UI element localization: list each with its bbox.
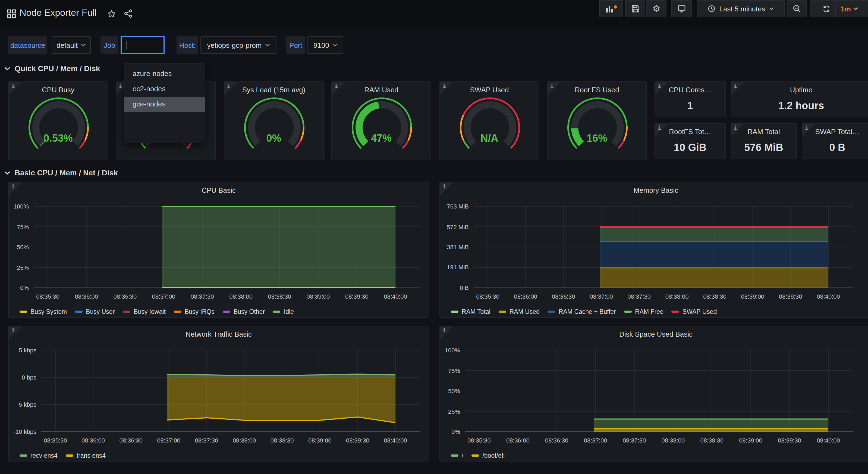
legend-label: Busy Iowait [134, 308, 166, 315]
panel-title[interactable]: CPU Cores… [655, 86, 725, 94]
x-axis-label: 08:36:00 [76, 437, 111, 444]
legend-item-RAM-Free[interactable]: RAM Free [624, 308, 663, 315]
legend-swatch [123, 311, 130, 313]
legend-swatch [672, 311, 679, 313]
host-label: Host: [177, 36, 198, 54]
x-axis-label: 08:36:30 [114, 437, 148, 444]
gauge-panel-ram-used: iRAM Used47% [331, 82, 431, 160]
share-icon[interactable] [124, 9, 132, 20]
legend-item-Busy-Iowait[interactable]: Busy Iowait [123, 308, 166, 315]
legend-item-RAM-Total[interactable]: RAM Total [451, 308, 491, 315]
dashboard-settings-button[interactable]: ⚙ [646, 0, 666, 18]
x-axis-label: 08:37:00 [578, 437, 613, 444]
panel-title[interactable]: CPU Busy [9, 86, 107, 94]
refresh-button[interactable] [817, 1, 835, 17]
plot-area[interactable] [34, 206, 420, 288]
zoom-out-button[interactable] [786, 0, 807, 18]
chevron-down-icon [769, 7, 774, 10]
legend-item--boot-efi[interactable]: /boot/efi [471, 452, 505, 459]
dropdown-option-azure-nodes[interactable]: azure-nodes [124, 66, 205, 82]
gauge-panel-cpu-busy: iCPU Busy0.53% [8, 82, 108, 160]
x-axis-label: 08:39:00 [735, 293, 770, 300]
save-dashboard-button[interactable] [625, 0, 645, 18]
port-label: Port [286, 36, 305, 54]
dropdown-option-ec2-nodes[interactable]: ec2-nodes [124, 82, 205, 97]
star-icon[interactable] [107, 9, 116, 21]
y-axis-label: 25% [9, 264, 29, 271]
legend-item-RAM-Used[interactable]: RAM Used [499, 308, 540, 315]
panel-title[interactable]: SWAP Total… [802, 128, 868, 136]
legend-item-RAM-Cache-Buffer[interactable]: RAM Cache + Buffer [548, 308, 616, 315]
section-basic-cpu-mem-net-disk[interactable]: Basic CPU / Mem / Net / Disk [4, 165, 118, 180]
plot-area[interactable] [465, 350, 853, 432]
panel-title[interactable]: Sys Load (15m avg) [224, 86, 323, 94]
chart-legend: Busy SystemBusy UserBusy IowaitBusy IRQs… [20, 308, 294, 315]
panel-title[interactable]: RAM Total [731, 128, 796, 136]
legend-label: / [462, 452, 463, 459]
legend-item-SWAP-Used[interactable]: SWAP Used [672, 308, 717, 315]
panel-title[interactable]: Root FS Used [548, 86, 646, 94]
panel-title[interactable]: Memory Basic [440, 186, 868, 194]
plot-area[interactable] [41, 350, 420, 432]
x-axis-label: 08:38:00 [223, 293, 258, 300]
stat-value: 576 MiB [731, 142, 796, 154]
plot-area[interactable] [474, 206, 853, 288]
host-select[interactable]: yetiops-gcp-prom [200, 36, 277, 54]
x-axis-label: 08:37:00 [146, 293, 181, 300]
legend-swatch [548, 311, 555, 313]
x-axis-label: 08:40:00 [378, 293, 413, 300]
legend-item-Busy-User[interactable]: Busy User [75, 308, 115, 315]
time-range-picker[interactable]: Last 5 minutes [697, 0, 785, 18]
x-axis-label: 08:39:30 [340, 293, 374, 300]
legend-label: Busy IRQs [185, 308, 215, 315]
job-label: Job [100, 36, 118, 54]
panel-title[interactable]: Disk Space Used Basic [440, 330, 868, 338]
gauge-panel-sys-load-15m: iSys Load (15m avg)0% [224, 82, 324, 160]
panel-title[interactable]: RootFS Tot… [655, 128, 725, 136]
job-input[interactable] [121, 36, 164, 54]
refresh-button-group[interactable]: 1m [810, 0, 868, 18]
y-axis-label: 0% [440, 429, 460, 435]
gauge-value: 0.53% [9, 132, 107, 145]
y-axis-label: 763 MiB [440, 203, 469, 210]
panel-title[interactable]: Uptime [731, 86, 868, 94]
x-axis-label: 08:39:30 [340, 437, 375, 444]
add-panel-button[interactable] [599, 0, 623, 18]
legend-item-trans-ens4[interactable]: trans ens4 [66, 452, 106, 459]
legend-label: SWAP Used [682, 308, 717, 315]
legend-item-recv-ens4[interactable]: recv ens4 [20, 452, 58, 459]
panel-title[interactable]: RAM Used [332, 86, 431, 94]
panel-title[interactable]: Network Traffic Basic [9, 330, 429, 338]
dropdown-option-gce-nodes[interactable]: gce-nodes [124, 97, 205, 112]
chart-legend: RAM TotalRAM UsedRAM Cache + BufferRAM F… [451, 308, 717, 315]
stat-value: 1.2 hours [731, 100, 868, 112]
y-axis-label: 572 MiB [440, 223, 469, 230]
panel-title[interactable]: SWAP Used [440, 86, 539, 94]
y-axis-label: -10 kbps [9, 429, 36, 435]
apps-grid-icon[interactable] [7, 9, 16, 21]
legend-item-Idle[interactable]: Idle [273, 308, 294, 315]
top-navbar: Node Exporter Full ⚙ [0, 0, 868, 27]
panel-title[interactable]: CPU Basic [9, 186, 429, 194]
y-axis-label: 0 bps [9, 374, 36, 381]
y-axis-label: 0 B [440, 285, 469, 291]
info-icon: i [119, 83, 122, 89]
chart-panel-memory-basic: iMemory Basic763 MiB572 MiB381 MiB191 Mi… [439, 182, 868, 318]
legend-item-Busy-IRQs[interactable]: Busy IRQs [174, 308, 215, 315]
gear-icon: ⚙ [653, 4, 660, 13]
stat-value: 0 B [802, 142, 868, 154]
legend-item--[interactable]: / [451, 452, 463, 459]
refresh-icon [822, 5, 830, 13]
legend-item-Busy-System[interactable]: Busy System [20, 308, 67, 315]
chart-panel-disk-space-used-basic: iDisk Space Used Basic100%75%50%25%0%08:… [439, 326, 868, 462]
datasource-select[interactable]: default [52, 36, 91, 54]
x-axis-label: 08:35:30 [30, 293, 65, 300]
y-axis-label: 381 MiB [440, 244, 469, 250]
port-select[interactable]: 9100 [307, 36, 343, 54]
legend-item-Busy-Other[interactable]: Busy Other [223, 308, 265, 315]
section-quick-cpu-mem-disk[interactable]: Quick CPU / Mem / Disk [4, 61, 100, 76]
y-axis-label: 5 kbps [9, 347, 36, 353]
refresh-interval-dropdown[interactable]: 1m [836, 1, 863, 17]
gauge-value: 16% [548, 132, 646, 145]
cycle-view-mode-button[interactable] [671, 0, 692, 18]
